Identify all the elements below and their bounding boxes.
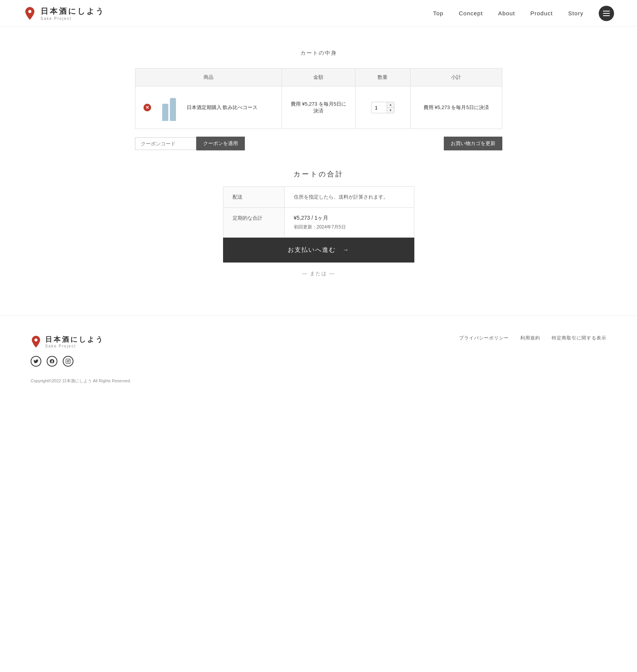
shipping-label: 配送 [223,187,284,208]
menu-button[interactable] [599,6,614,21]
quantity-stepper[interactable]: ▲ ▼ [371,102,394,113]
price-cell: 費用 ¥5,273 を毎月5日に決済 [282,86,355,129]
product-cell: ✕ 日本酒定期購入 飲み比べコース [135,86,282,129]
qty-arrows: ▲ ▼ [387,102,394,113]
periodic-date: 初回更新：2024年7月5日 [294,224,405,230]
remove-icon: ✕ [143,104,151,111]
footer-logo-pin-icon [31,335,41,348]
logo[interactable]: 日本酒にしよう Sake Project [23,6,105,21]
instagram-icon[interactable] [63,356,73,367]
cart-total-title: カートの合計 [293,170,344,179]
col-price: 金額 [282,69,355,86]
qty-cell: ▲ ▼ [355,86,410,129]
footer-commercial-link[interactable]: 特定商取引に関する表示 [552,335,606,341]
social-icons [31,356,104,367]
periodic-value: ¥5,273 / 1ヶ月 初回更新：2024年7月5日 [284,208,414,238]
qty-up-button[interactable]: ▲ [387,102,394,108]
hamburger-icon [603,11,610,16]
table-header-row: 商品 金額 数量 小計 [135,69,502,86]
logo-subtext: Sake Project [41,16,105,21]
logo-pin-icon [23,7,37,20]
footer-logo-text: 日本酒にしよう [45,336,104,343]
coupon-row: クーポンを適用 お買い物カゴを更新 [135,137,502,150]
or-divider: — または — [302,270,335,277]
checkout-button[interactable]: お支払いへ進む → [223,238,414,263]
footer-terms-link[interactable]: 利用規約 [520,335,540,341]
periodic-row: 定期的な合計 ¥5,273 / 1ヶ月 初回更新：2024年7月5日 [223,208,414,238]
coupon-left: クーポンを適用 [135,137,245,150]
footer: 日本酒にしよう Sake Project プライバシーポリシー 利用規約 特定商… [0,315,637,399]
nav-story[interactable]: Story [568,10,583,16]
total-table: 配送 住所を指定したら、送料が計算されます。 定期的な合計 ¥5,273 / 1… [223,186,414,238]
periodic-price: ¥5,273 / 1ヶ月 [294,215,405,222]
qty-down-button[interactable]: ▼ [387,108,394,113]
twitter-icon[interactable] [31,356,41,367]
main-nav: Top Concept About Product Story [433,6,614,21]
svg-rect-2 [66,359,70,364]
col-product: 商品 [135,69,282,86]
svg-point-3 [67,360,69,362]
footer-logo: 日本酒にしよう Sake Project [31,335,104,348]
periodic-label: 定期的な合計 [223,208,284,238]
svg-point-0 [28,10,31,13]
footer-links: プライバシーポリシー 利用規約 特定商取引に関する表示 [459,335,606,341]
nav-top[interactable]: Top [433,10,443,16]
header: 日本酒にしよう Sake Project Top Concept About P… [0,0,637,27]
cart-total-section: カートの合計 配送 住所を指定したら、送料が計算されます。 定期的な合計 ¥5,… [135,170,502,277]
main-content: カートの中身 商品 金額 数量 小計 ✕ [127,27,510,315]
footer-logo-sub: Sake Project [45,344,104,348]
logo-text: 日本酒にしよう [41,7,105,15]
footer-privacy-link[interactable]: プライバシーポリシー [459,335,509,341]
shipping-note: 住所を指定したら、送料が計算されます。 [284,187,414,208]
nav-product[interactable]: Product [530,10,553,16]
coupon-apply-button[interactable]: クーポンを適用 [196,137,245,150]
col-qty: 数量 [355,69,410,86]
qty-input[interactable] [371,103,387,113]
copyright: Copyright©2022 日本酒にしよう All Rights Reserv… [31,378,606,384]
product-name: 日本酒定期購入 飲み比べコース [187,104,258,111]
cart-table: 商品 金額 数量 小計 ✕ 日本酒定期購入 飲み [135,68,502,129]
table-row: ✕ 日本酒定期購入 飲み比べコース 費用 ¥5,273 を毎月5日に決済 [135,86,502,129]
update-cart-button[interactable]: お買い物カゴを更新 [444,137,502,150]
bottle-icon [170,98,176,121]
shipping-row: 配送 住所を指定したら、送料が計算されます。 [223,187,414,208]
shipping-note-text: 住所を指定したら、送料が計算されます。 [294,194,388,200]
bottle-icon [162,104,168,121]
product-image [158,94,181,121]
facebook-icon[interactable] [47,356,57,367]
svg-point-1 [34,338,37,341]
col-subtotal: 小計 [410,69,502,86]
nav-about[interactable]: About [498,10,515,16]
footer-top: 日本酒にしよう Sake Project プライバシーポリシー 利用規約 特定商… [31,335,606,367]
nav-concept[interactable]: Concept [459,10,483,16]
coupon-input[interactable] [135,137,196,150]
remove-item-button[interactable]: ✕ [143,103,152,112]
svg-point-4 [69,360,70,360]
footer-left: 日本酒にしよう Sake Project [31,335,104,367]
cart-title: カートの中身 [135,50,502,57]
subtotal-cell: 費用 ¥5,273 を毎月5日に決済 [410,86,502,129]
